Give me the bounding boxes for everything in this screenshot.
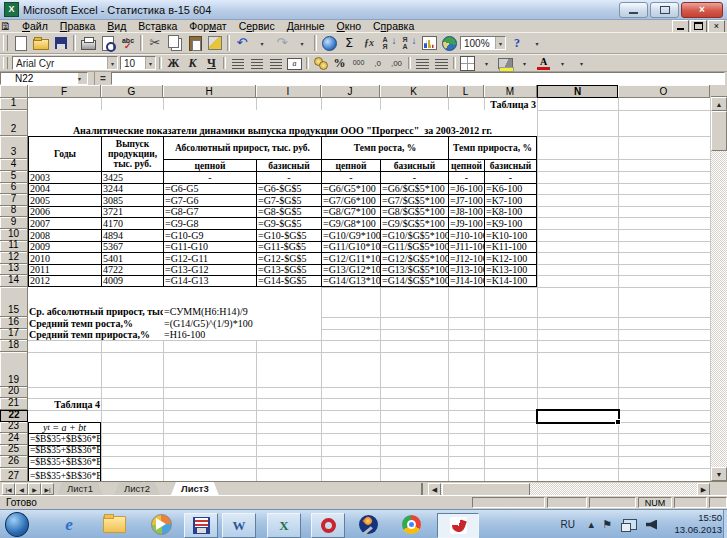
column-header-O[interactable]: O: [618, 85, 710, 98]
table-cell[interactable]: =J14-100: [448, 275, 484, 287]
cut-icon[interactable]: ✂: [145, 34, 165, 52]
redo-dropdown-icon[interactable]: ▾: [292, 34, 312, 52]
table-cell[interactable]: =G8/$G$5*100: [380, 206, 448, 218]
torch-icon[interactable]: [354, 513, 382, 536]
cell[interactable]: =СУММ(H6:H14)/9: [163, 287, 321, 317]
tray-flag-icon[interactable]: ⚑: [599, 510, 615, 538]
row-header-14[interactable]: 14: [0, 275, 28, 287]
menu-вид[interactable]: Вид: [101, 20, 132, 32]
edit-formula-button[interactable]: =: [95, 72, 111, 85]
cell[interactable]: =$B$35+$B$36*B25: [28, 445, 101, 457]
folder-icon[interactable]: [100, 513, 128, 536]
minimize-button[interactable]: [619, 2, 648, 18]
workbook-close-button[interactable]: ×: [708, 20, 725, 33]
table-cell[interactable]: =G7/G6*100: [321, 194, 380, 206]
table-cell[interactable]: =K7-100: [484, 194, 537, 206]
bold-button[interactable]: Ж: [164, 55, 183, 71]
table-cell[interactable]: 4009: [101, 275, 163, 287]
tab-next-icon[interactable]: ▶: [28, 483, 41, 495]
table-cell[interactable]: =G9/G8*100: [321, 217, 380, 229]
redo-icon[interactable]: ↷: [272, 34, 292, 52]
paste-function-icon[interactable]: ƒx: [359, 34, 379, 52]
table-cell[interactable]: 4722: [101, 264, 163, 276]
table-cell[interactable]: -: [321, 171, 380, 183]
tab-prev-icon[interactable]: ◀: [15, 483, 28, 495]
table-header-cell[interactable]: цепной: [321, 159, 380, 171]
taskbar-clock[interactable]: 15:50 13.06.2013: [674, 512, 722, 536]
table-cell[interactable]: 2009: [28, 241, 101, 253]
media-player-icon[interactable]: [147, 513, 175, 536]
table-cell[interactable]: =K13-100: [484, 264, 537, 276]
table-cell[interactable]: =G6-$G$5: [256, 183, 321, 195]
align-left-icon[interactable]: [228, 55, 247, 71]
vertical-scroll-thumb[interactable]: [711, 111, 727, 151]
table-cell[interactable]: 2011: [28, 264, 101, 276]
table-cell[interactable]: 2010: [28, 252, 101, 264]
cell[interactable]: =$B$35+$B$36*B26: [28, 456, 101, 468]
sort-ascending-icon[interactable]: А Я: [379, 34, 399, 52]
table-cell[interactable]: =G8-G7: [163, 206, 256, 218]
table-cell[interactable]: =G7/$G$5*100: [380, 194, 448, 206]
table-cell[interactable]: =G10/G9*100: [321, 229, 380, 241]
table-cell[interactable]: 4170: [101, 217, 163, 229]
sheet-tab-лист1[interactable]: Лист1: [57, 482, 103, 495]
more-buttons-icon[interactable]: ▾: [527, 34, 547, 52]
start-button[interactable]: [5, 513, 29, 536]
increase-indent-icon[interactable]: [432, 55, 451, 71]
cell[interactable]: Средний темп роста,%: [28, 317, 163, 329]
print-preview-icon[interactable]: [98, 34, 118, 52]
paste-icon[interactable]: [185, 34, 205, 52]
table-cell[interactable]: =J7-100: [448, 194, 484, 206]
tray-network-icon[interactable]: [623, 510, 637, 538]
table-cell[interactable]: =K12-100: [484, 252, 537, 264]
font-color-dropdown-icon[interactable]: ▾: [553, 55, 572, 71]
table-cell[interactable]: 2004: [28, 183, 101, 195]
table-cell[interactable]: =G11/$G$5*100: [380, 241, 448, 253]
currency-icon[interactable]: [311, 55, 330, 71]
row-header-19[interactable]: 19: [0, 352, 28, 387]
column-header-M[interactable]: M: [484, 85, 537, 98]
table-cell[interactable]: =G6/$G$5*100: [380, 183, 448, 195]
merge-center-icon[interactable]: a: [285, 55, 304, 71]
vertical-scrollbar[interactable]: ▲ ▼: [711, 97, 727, 481]
table-cell[interactable]: -: [380, 171, 448, 183]
table-cell[interactable]: =G13/G12*100: [321, 264, 380, 276]
table-cell[interactable]: =J13-100: [448, 264, 484, 276]
menu-справка[interactable]: Справка: [367, 20, 420, 32]
table-header-cell[interactable]: Выпуск продукции, тыс. руб.: [101, 136, 163, 171]
table-cell[interactable]: =G9/$G$5*100: [380, 217, 448, 229]
table-header-cell[interactable]: Темп роста, %: [321, 136, 448, 159]
table-cell[interactable]: =G14-G13: [163, 275, 256, 287]
table-cell[interactable]: 2005: [28, 194, 101, 206]
print-icon[interactable]: [78, 34, 98, 52]
floppy-task-button[interactable]: [184, 513, 218, 538]
chart-wizard-icon[interactable]: [419, 34, 439, 52]
align-center-icon[interactable]: [247, 55, 266, 71]
column-header-L[interactable]: L: [448, 85, 484, 98]
scroll-up-icon[interactable]: ▲: [711, 97, 727, 111]
decrease-indent-icon[interactable]: [413, 55, 432, 71]
opera-task-button[interactable]: [311, 513, 345, 538]
cells-area[interactable]: ГодыВыпуск продукции, тыс. руб.Абсолютны…: [0, 98, 711, 481]
row-header-18[interactable]: 18: [0, 340, 28, 352]
table-cell[interactable]: -: [256, 171, 321, 183]
menu-вставка[interactable]: Вставка: [132, 20, 183, 32]
table-cell[interactable]: =K14-100: [484, 275, 537, 287]
menu-файл[interactable]: Файл: [16, 20, 54, 32]
table-cell[interactable]: =J10-100: [448, 229, 484, 241]
table-cell[interactable]: =K6-100: [484, 183, 537, 195]
table-cell[interactable]: =J12-100: [448, 252, 484, 264]
table-cell[interactable]: =G12-$G$5: [256, 252, 321, 264]
table-cell[interactable]: =G14-$G$5: [256, 275, 321, 287]
table-cell[interactable]: =K8-100: [484, 206, 537, 218]
table-cell[interactable]: =G10/$G$5*100: [380, 229, 448, 241]
row-header-3[interactable]: 3: [0, 136, 28, 159]
underline-button[interactable]: Ч: [202, 55, 221, 71]
table-cell[interactable]: 2012: [28, 275, 101, 287]
table-cell[interactable]: =G12/G11*100: [321, 252, 380, 264]
table-cell[interactable]: =J11-100: [448, 241, 484, 253]
table-cell[interactable]: =G8-$G$5: [256, 206, 321, 218]
borders-dropdown-icon[interactable]: ▾: [477, 55, 496, 71]
table-cell[interactable]: =J9-100: [448, 217, 484, 229]
column-header-H[interactable]: H: [163, 85, 256, 98]
